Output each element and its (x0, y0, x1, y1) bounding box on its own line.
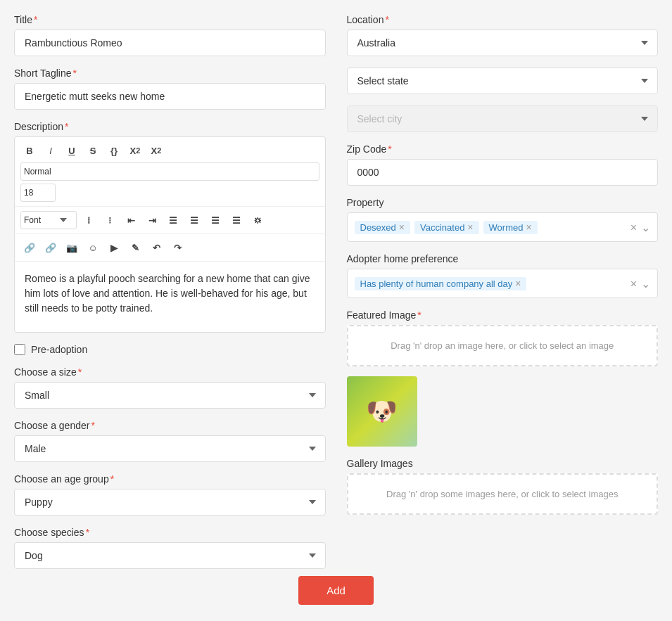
align-center-button[interactable]: ☰ (185, 211, 203, 229)
ordered-list-button[interactable]: ⁝ (101, 211, 119, 229)
description-label: Description* (14, 121, 326, 132)
tag-vaccinated: Vaccinated × (414, 221, 479, 234)
editor-content[interactable]: Romeo is a playful pooch searching for a… (15, 262, 325, 332)
species-select[interactable]: Dog Cat Rabbit Bird (14, 542, 326, 569)
image-insert-button[interactable]: 📷 (63, 238, 81, 257)
location-field-group: Location* Australia United Kingdom Unite… (347, 14, 659, 56)
redo-button[interactable]: ↷ (168, 238, 186, 257)
decrease-indent-button[interactable]: ⇤ (122, 211, 140, 229)
italic-button[interactable]: I (42, 141, 60, 160)
featured-image-upload[interactable]: Drag 'n' drop an image here, or click to… (347, 325, 659, 366)
zipcode-field-group: Zip Code* (347, 143, 659, 186)
adopter-tags-field[interactable]: Has plenty of human company all day × × … (347, 269, 659, 298)
featured-image-field-group: Featured Image* Drag 'n' drop an image h… (347, 309, 659, 447)
property-label: Property (347, 197, 659, 208)
tag-human-company: Has plenty of human company all day × (355, 277, 527, 290)
style-select[interactable]: Normal (20, 162, 319, 181)
font-select[interactable]: Font (20, 211, 77, 229)
align-left-button[interactable]: ☰ (164, 211, 182, 229)
remove-human-company-button[interactable]: × (515, 279, 521, 288)
strike-button[interactable]: S (84, 141, 102, 160)
unlink-button[interactable]: 🔗 (42, 238, 60, 257)
dog-image: 🐶 (347, 376, 417, 447)
preadoption-group: Pre-adoption (14, 344, 326, 355)
adopter-dropdown-button[interactable]: ⌄ (641, 277, 650, 290)
increase-indent-button[interactable]: ⇥ (143, 211, 161, 229)
featured-image-label: Featured Image* (347, 309, 659, 321)
species-field-group: Choose species* Dog Cat Rabbit Bird (14, 527, 326, 569)
gallery-label: Gallery Images (347, 458, 659, 469)
clear-format-button[interactable]: ⛭ (248, 211, 267, 229)
preadoption-label: Pre-adoption (31, 344, 87, 355)
undo-button[interactable]: ↶ (147, 238, 165, 257)
unordered-list-button[interactable]: ⁞ (80, 211, 98, 229)
tagline-input[interactable] (14, 83, 326, 110)
subscript-button[interactable]: X2 (147, 141, 165, 160)
city-select[interactable]: Select city (347, 105, 659, 132)
remove-vaccinated-button[interactable]: × (467, 222, 473, 232)
gallery-upload[interactable]: Drag 'n' drop some images here, or click… (347, 473, 659, 515)
size-label: Choose a size* (14, 366, 326, 378)
age-label: Choose an age group* (14, 473, 326, 485)
location-label: Location* (347, 14, 659, 25)
city-field-group: Select city (347, 105, 659, 132)
superscript-button[interactable]: X2 (126, 141, 144, 160)
emoji-button[interactable]: ☺ (84, 238, 102, 257)
add-button[interactable]: Add (298, 576, 374, 605)
adopter-label: Adopter home preference (347, 253, 659, 264)
age-select[interactable]: Puppy Young Adult Senior (14, 489, 326, 516)
justify-button[interactable]: ☰ (227, 211, 246, 229)
bold-button[interactable]: B (20, 141, 39, 160)
video-button[interactable]: ▶ (105, 238, 123, 257)
state-select[interactable]: Select state (347, 68, 659, 94)
property-field-group: Property Desexed × Vaccinated × Wormed ×… (347, 197, 659, 242)
align-right-button[interactable]: ☰ (206, 211, 224, 229)
size-select[interactable]: Small Medium Large Extra Large (14, 382, 326, 409)
age-field-group: Choose an age group* Puppy Young Adult S… (14, 473, 326, 516)
gallery-images-field-group: Gallery Images Drag 'n' drop some images… (347, 458, 659, 515)
toolbar-row-2: Font ⁞ ⁝ ⇤ ⇥ ☰ ☰ ☰ ☰ ⛭ (15, 207, 325, 234)
title-field-group: Title* (14, 14, 326, 56)
location-select[interactable]: Australia United Kingdom United States C… (347, 30, 659, 56)
remove-desexed-button[interactable]: × (399, 222, 405, 232)
code-button[interactable]: {} (105, 141, 123, 160)
species-label: Choose species* (14, 527, 326, 538)
title-label: Title* (14, 14, 326, 25)
property-clear-button[interactable]: × (630, 221, 637, 233)
tagline-label: Short Tagline* (14, 68, 326, 79)
tagline-field-group: Short Tagline* (14, 68, 326, 110)
eraser-button[interactable]: ✎ (126, 238, 144, 257)
gender-label: Choose a gender* (14, 420, 326, 431)
gender-select[interactable]: Male Female (14, 435, 326, 462)
tag-wormed: Wormed × (483, 221, 538, 234)
preadoption-checkbox[interactable] (14, 344, 25, 355)
property-dropdown-button[interactable]: ⌄ (641, 221, 650, 234)
zipcode-label: Zip Code* (347, 143, 659, 155)
adopter-clear-button[interactable]: × (630, 277, 637, 290)
adopter-field-group: Adopter home preference Has plenty of hu… (347, 253, 659, 298)
size-field-group: Choose a size* Small Medium Large Extra … (14, 366, 326, 409)
gender-field-group: Choose a gender* Male Female (14, 420, 326, 462)
fontsize-select[interactable]: 18 (20, 184, 56, 202)
description-field-group: Description* B I U S {} X2 X2 Normal 18 (14, 121, 326, 333)
title-input[interactable] (14, 30, 326, 56)
tag-desexed: Desexed × (355, 221, 411, 234)
toolbar-row-3: 🔗 🔗 📷 ☺ ▶ ✎ ↶ ↷ (15, 234, 325, 262)
zipcode-input[interactable] (347, 159, 659, 186)
underline-button[interactable]: U (63, 141, 81, 160)
link-button[interactable]: 🔗 (20, 238, 39, 257)
toolbar-row-1: B I U S {} X2 X2 Normal 18 (15, 137, 325, 207)
property-tags-field[interactable]: Desexed × Vaccinated × Wormed × × ⌄ (347, 212, 659, 242)
form-footer: Add (14, 569, 658, 605)
editor-area: B I U S {} X2 X2 Normal 18 (14, 136, 326, 333)
state-field-group: Select state (347, 68, 659, 94)
remove-wormed-button[interactable]: × (526, 222, 531, 232)
featured-image-preview: 🐶 (347, 376, 417, 447)
